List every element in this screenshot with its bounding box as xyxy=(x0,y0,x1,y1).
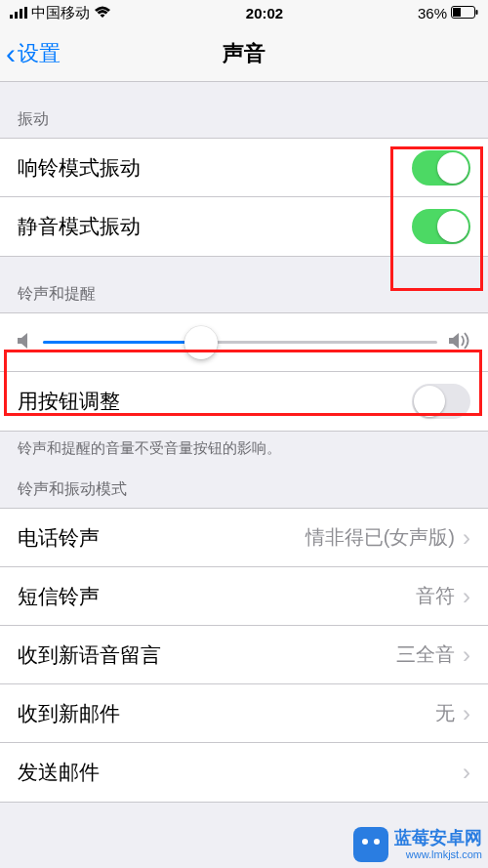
cell-label: 电话铃声 xyxy=(18,524,305,552)
list-item[interactable]: 发送邮件› xyxy=(0,743,488,802)
cell-value: 无 xyxy=(435,700,455,726)
svg-rect-0 xyxy=(10,15,13,19)
section-header-ringer: 铃声和提醒 xyxy=(0,257,488,312)
battery-icon xyxy=(451,5,478,21)
wifi-icon xyxy=(94,5,111,21)
cell-label: 收到新邮件 xyxy=(18,700,435,727)
svg-rect-6 xyxy=(476,10,478,15)
cell-volume-slider xyxy=(0,313,488,372)
chevron-left-icon: ‹ xyxy=(6,39,16,68)
back-label: 设置 xyxy=(18,39,61,68)
group-patterns: 电话铃声情非得已(女声版)›短信铃声音符›收到新语音留言三全音›收到新邮件无›发… xyxy=(0,508,488,803)
list-item[interactable]: 收到新语音留言三全音› xyxy=(0,626,488,684)
svg-rect-5 xyxy=(453,8,461,17)
cell-label: 收到新语音留言 xyxy=(18,641,396,669)
chevron-right-icon: › xyxy=(463,524,470,552)
label-silent-vibrate: 静音模式振动 xyxy=(18,213,412,240)
watermark-url: www.lmkjst.com xyxy=(394,848,482,860)
group-vibration: 响铃模式振动 静音模式振动 xyxy=(0,138,488,257)
carrier-label: 中国移动 xyxy=(31,4,90,22)
svg-rect-3 xyxy=(24,7,27,19)
cell-value: 音符 xyxy=(416,583,455,609)
volume-low-icon xyxy=(18,331,31,354)
group-ringer: 用按钮调整 xyxy=(0,312,488,432)
back-button[interactable]: ‹ 设置 xyxy=(0,39,61,68)
status-left: 中国移动 xyxy=(10,4,111,22)
cell-label: 发送邮件 xyxy=(18,759,455,786)
list-item[interactable]: 短信铃声音符› xyxy=(0,567,488,626)
cell-label: 短信铃声 xyxy=(18,583,416,610)
switch-ring-vibrate[interactable] xyxy=(412,150,470,186)
switch-button-adjust[interactable] xyxy=(412,384,470,419)
cell-value: 三全音 xyxy=(396,641,455,668)
watermark-name: 蓝莓安卓网 xyxy=(394,829,482,848)
status-bar: 中国移动 20:02 36% xyxy=(0,0,488,25)
nav-bar: ‹ 设置 声音 xyxy=(0,25,488,82)
list-item[interactable]: 收到新邮件无› xyxy=(0,684,488,743)
watermark-icon xyxy=(353,827,388,862)
footer-ringer: 铃声和提醒的音量不受音量按钮的影响。 xyxy=(0,432,488,462)
chevron-right-icon: › xyxy=(463,700,470,727)
cell-ring-vibrate: 响铃模式振动 xyxy=(0,139,488,197)
cell-value: 情非得已(女声版) xyxy=(305,524,455,551)
svg-rect-2 xyxy=(20,9,22,19)
chevron-right-icon: › xyxy=(463,759,470,786)
label-button-adjust: 用按钮调整 xyxy=(18,388,412,415)
watermark: 蓝莓安卓网 www.lmkjst.com xyxy=(353,827,482,862)
label-ring-vibrate: 响铃模式振动 xyxy=(18,154,412,182)
slider-thumb[interactable] xyxy=(184,326,218,359)
cell-silent-vibrate: 静音模式振动 xyxy=(0,197,488,256)
svg-rect-1 xyxy=(15,12,18,19)
section-header-patterns: 铃声和振动模式 xyxy=(0,462,488,508)
section-header-vibration: 振动 xyxy=(0,82,488,138)
volume-high-icon xyxy=(449,331,470,354)
chevron-right-icon: › xyxy=(463,583,470,610)
list-item[interactable]: 电话铃声情非得已(女声版)› xyxy=(0,509,488,567)
status-right: 36% xyxy=(418,5,478,21)
signal-icon xyxy=(10,5,27,21)
volume-slider[interactable] xyxy=(43,341,437,344)
cell-button-adjust: 用按钮调整 xyxy=(0,372,488,431)
page-title: 声音 xyxy=(0,39,488,68)
battery-percent: 36% xyxy=(418,5,447,21)
status-time: 20:02 xyxy=(246,5,283,21)
switch-silent-vibrate[interactable] xyxy=(412,209,470,244)
chevron-right-icon: › xyxy=(463,641,470,669)
